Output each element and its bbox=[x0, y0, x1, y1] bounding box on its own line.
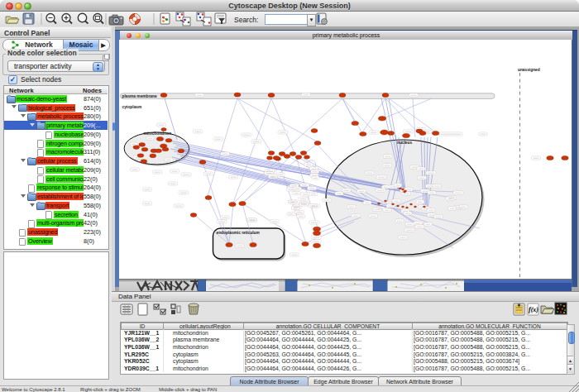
svg-text:f(x): f(x) bbox=[529, 306, 538, 313]
svg-text:mitochondrion: mitochondrion bbox=[144, 131, 172, 136]
svg-text:unassigned: unassigned bbox=[518, 68, 540, 72]
svg-text:nucleus: nucleus bbox=[397, 141, 412, 145]
svg-text:endoplasmic reticulum: endoplasmic reticulum bbox=[217, 231, 260, 235]
svg-text:cytoplasm: cytoplasm bbox=[122, 105, 142, 109]
svg-text:plasma membrane: plasma membrane bbox=[122, 94, 157, 98]
